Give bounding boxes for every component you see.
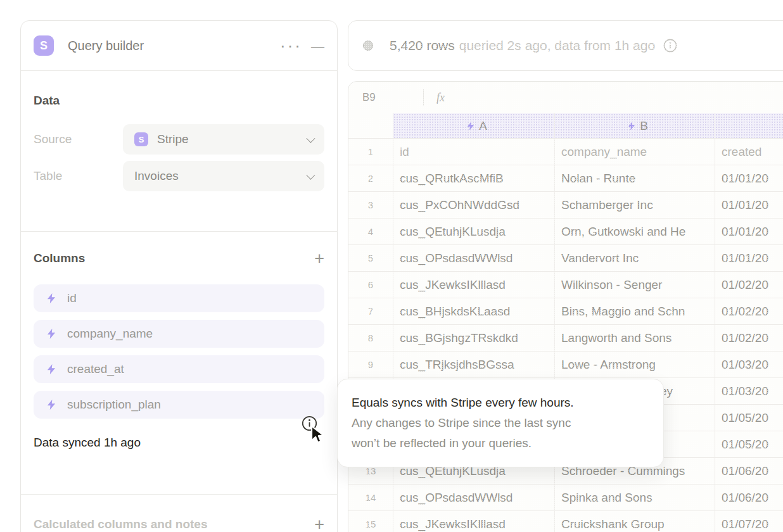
cell-C8[interactable]: 01/02/20 — [715, 325, 783, 352]
row-header-9[interactable]: 9 — [348, 352, 393, 378]
cell-C10[interactable]: 01/03/20 — [715, 378, 783, 405]
column-chip[interactable]: created_at — [34, 355, 324, 383]
cell-C2[interactable]: 01/01/20 — [715, 165, 783, 192]
cell-C1[interactable]: created — [715, 139, 783, 165]
query-status-bar: 5,420 rows queried 2s ago, data from 1h … — [348, 20, 783, 71]
sync-status-row: Data synced 1h ago — [34, 434, 324, 452]
cell-B4[interactable]: Orn, Gutkowski and He — [555, 218, 715, 245]
source-value: Stripe — [157, 132, 307, 146]
status-info-icon[interactable] — [663, 38, 678, 53]
status-detail: queried 2s ago, data from 1h ago — [459, 38, 655, 53]
sheet-row: 14cus_OPsdasdWWlsdSpinka and Sons01/06/2… — [348, 484, 783, 511]
cell-C9[interactable]: 01/03/20 — [715, 352, 783, 378]
row-header-4[interactable]: 4 — [348, 218, 393, 245]
chevron-down-icon — [306, 134, 315, 143]
cell-C3[interactable]: 01/01/20 — [715, 192, 783, 218]
column-header-B[interactable]: B — [555, 113, 715, 139]
more-menu-icon[interactable]: ··· — [280, 37, 302, 54]
cell-B15[interactable]: Cruickshank Group — [555, 511, 715, 532]
column-chip-label: created_at — [67, 362, 124, 376]
cell-C11[interactable]: 01/05/20 — [715, 405, 783, 431]
lightning-icon — [628, 122, 635, 130]
cell-B1[interactable]: company_name — [555, 139, 715, 165]
cell-C7[interactable]: 01/02/20 — [715, 298, 783, 325]
stripe-badge-icon: S — [134, 132, 148, 146]
cell-A6[interactable]: cus_JKewksIKlllasd — [393, 272, 555, 298]
column-chip-label: subscription_plan — [67, 398, 161, 412]
sync-info-icon[interactable] — [301, 415, 318, 432]
sheet-row: 6cus_JKewksIKlllasdWilkinson - Senger01/… — [348, 272, 783, 298]
row-header-1[interactable]: 1 — [348, 139, 393, 165]
table-select[interactable]: Invoices — [123, 161, 324, 191]
data-section: Data Source S Stripe Table Invoices — [21, 94, 337, 232]
sheet-row: 5cus_OPsdasdWWlsdVandervort Inc01/01/20 — [348, 245, 783, 272]
row-header-6[interactable]: 6 — [348, 272, 393, 298]
cell-B14[interactable]: Spinka and Sons — [555, 484, 715, 511]
cell-A9[interactable]: cus_TRjksjdhsBGssa — [393, 352, 555, 378]
column-chip[interactable]: id — [34, 284, 324, 312]
cell-A1[interactable]: id — [393, 139, 555, 165]
cell-B9[interactable]: Lowe - Armstrong — [555, 352, 715, 378]
lightning-icon — [47, 400, 56, 410]
cell-B5[interactable]: Vandervort Inc — [555, 245, 715, 272]
tooltip-line: Equals syncs with Stripe every few hours… — [352, 393, 663, 413]
sync-status-text: Data synced 1h ago — [34, 436, 141, 450]
cell-B3[interactable]: Schamberger Inc — [555, 192, 715, 218]
add-calculated-button[interactable]: + — [314, 516, 324, 532]
column-chip-label: company_name — [67, 327, 153, 341]
formula-bar[interactable]: B9 fx — [348, 82, 783, 114]
row-header-8[interactable]: 8 — [348, 325, 393, 352]
stripe-logo-icon: S — [34, 35, 54, 56]
cell-A3[interactable]: cus_PxCOhNWddGsd — [393, 192, 555, 218]
select-all-corner[interactable] — [348, 113, 393, 139]
column-header-A[interactable]: A — [393, 113, 555, 139]
table-value: Invoices — [134, 169, 307, 183]
cell-A2[interactable]: cus_QRutkAscMfiB — [393, 165, 555, 192]
row-header-3[interactable]: 3 — [348, 192, 393, 218]
source-select[interactable]: S Stripe — [123, 124, 324, 155]
cell-A15[interactable]: cus_JKewksIKlllasd — [393, 511, 555, 532]
column-chip[interactable]: company_name — [34, 320, 324, 348]
cell-A5[interactable]: cus_OPsdasdWWlsd — [393, 245, 555, 272]
cell-B2[interactable]: Nolan - Runte — [555, 165, 715, 192]
rows-count: 5,420 rows — [390, 38, 455, 53]
row-header-14[interactable]: 14 — [348, 484, 393, 511]
cell-A4[interactable]: cus_QEtuhjKLusdja — [393, 218, 555, 245]
cell-C13[interactable]: 01/06/20 — [715, 458, 783, 484]
lightning-icon — [47, 364, 56, 374]
cell-C14[interactable]: 01/06/20 — [715, 484, 783, 511]
cell-reference-box[interactable]: B9 — [348, 91, 423, 104]
calculated-section: Calculated columns and notes + — [21, 516, 337, 532]
row-header-15[interactable]: 15 — [348, 511, 393, 532]
cell-B7[interactable]: Bins, Maggio and Schn — [555, 298, 715, 325]
table-row: Table Invoices — [34, 161, 324, 191]
cell-A14[interactable]: cus_OPsdasdWWlsd — [393, 484, 555, 511]
sync-tooltip: Equals syncs with Stripe every few hours… — [337, 379, 664, 467]
tooltip-line: won’t be reflected in your queries. — [352, 433, 663, 453]
column-chip[interactable]: subscription_plan — [34, 391, 324, 419]
sheet-row: 9cus_TRjksjdhsBGssaLowe - Armstrong01/03… — [348, 352, 783, 378]
spreadsheet-grid: AB1idcompany_namecreated2cus_QRutkAscMfi… — [348, 113, 783, 532]
add-column-button[interactable]: + — [314, 250, 324, 267]
source-label: Source — [34, 132, 123, 146]
formula-bar-divider — [423, 89, 424, 106]
minimize-icon[interactable]: — — [311, 39, 324, 53]
cell-B8[interactable]: Langworth and Sons — [555, 325, 715, 352]
row-header-5[interactable]: 5 — [348, 245, 393, 272]
sheet-row: 8cus_BGjshgzTRskdkdLangworth and Sons01/… — [348, 325, 783, 352]
row-header-7[interactable]: 7 — [348, 298, 393, 325]
cell-A8[interactable]: cus_BGjshgzTRskdkd — [393, 325, 555, 352]
cell-C15[interactable]: 01/07/20 — [715, 511, 783, 532]
cell-B6[interactable]: Wilkinson - Senger — [555, 272, 715, 298]
cell-C12[interactable]: 01/05/20 — [715, 431, 783, 458]
cell-C4[interactable]: 01/01/20 — [715, 218, 783, 245]
row-header-2[interactable]: 2 — [348, 165, 393, 192]
sheet-row: 2cus_QRutkAscMfiBNolan - Runte01/01/20 — [348, 165, 783, 192]
column-chip-label: id — [67, 291, 77, 305]
panel-title: Query builder — [68, 39, 280, 53]
columns-section-heading: Columns — [34, 251, 85, 265]
column-header-partial[interactable] — [715, 113, 783, 139]
cell-C6[interactable]: 01/02/20 — [715, 272, 783, 298]
cell-A7[interactable]: cus_BHjskdsKLaasd — [393, 298, 555, 325]
cell-C5[interactable]: 01/01/20 — [715, 245, 783, 272]
